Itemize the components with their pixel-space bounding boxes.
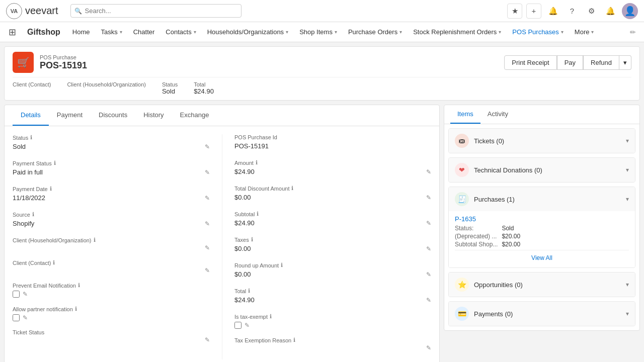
source-info-icon[interactable]: ℹ bbox=[32, 211, 34, 218]
notification-icon[interactable]: 🔔 bbox=[545, 4, 560, 19]
favorites-button[interactable]: ★ bbox=[507, 4, 522, 19]
items-tab-activity[interactable]: Activity bbox=[480, 105, 515, 124]
nav-item-stock-replenishment[interactable]: Stock Replenishment Orders ▾ bbox=[408, 22, 506, 42]
pos-title-area: POS Purchase POS-15191 bbox=[40, 54, 504, 71]
avatar[interactable]: 👤 bbox=[622, 3, 638, 19]
client-org-edit-icon[interactable]: ✎ bbox=[205, 244, 210, 251]
search-input[interactable] bbox=[70, 4, 242, 18]
tax-exempt-edit-icon[interactable]: ✎ bbox=[245, 322, 250, 329]
opportunities-header[interactable]: ⭐ Opportunities (0) ▾ bbox=[449, 273, 635, 297]
nav-edit-icon[interactable]: ✏ bbox=[626, 28, 640, 36]
field-client-contact: Client (Contact) ℹ ✎ bbox=[13, 259, 210, 274]
purchase-link[interactable]: P-1635 bbox=[455, 215, 476, 223]
nav-item-contacts[interactable]: Contacts ▾ bbox=[160, 22, 201, 42]
logo-area[interactable]: VA veevart bbox=[6, 3, 58, 19]
nav-item-purchase-orders[interactable]: Purchase Orders ▾ bbox=[343, 22, 407, 42]
items-tab-items[interactable]: Items bbox=[450, 105, 480, 124]
total-field-value: $24.90 bbox=[234, 295, 255, 305]
tax-exemption-reason-edit-icon[interactable]: ✎ bbox=[426, 344, 431, 351]
view-all-button[interactable]: View All bbox=[455, 250, 629, 265]
taxes-info-icon[interactable]: ℹ bbox=[251, 236, 253, 243]
tab-history[interactable]: History bbox=[135, 105, 172, 126]
total-edit-icon[interactable]: ✎ bbox=[426, 297, 431, 304]
tickets-header[interactable]: 🎟 Tickets (0) ▾ bbox=[449, 129, 635, 153]
tax-exempt-checkbox[interactable] bbox=[234, 322, 242, 329]
refund-button[interactable]: Refund bbox=[583, 55, 619, 70]
shop-items-chevron: ▾ bbox=[335, 29, 337, 35]
payment-date-edit-icon[interactable]: ✎ bbox=[205, 195, 210, 202]
payment-status-label: Payment Status bbox=[13, 160, 52, 166]
tab-exchange[interactable]: Exchange bbox=[172, 105, 217, 126]
total-discount-info-icon[interactable]: ℹ bbox=[291, 185, 293, 192]
status-edit-icon[interactable]: ✎ bbox=[205, 143, 210, 150]
client-org-info-icon[interactable]: ℹ bbox=[94, 237, 96, 243]
add-button[interactable]: + bbox=[526, 4, 541, 19]
purchases-header[interactable]: 🧾 Purchases (1) ▾ bbox=[449, 187, 635, 211]
pos-purchase-id-value: POS-15191 bbox=[234, 141, 269, 151]
payments-header[interactable]: 💳 Payments (0) ▾ bbox=[449, 302, 635, 326]
prevent-email-checkbox[interactable] bbox=[13, 291, 20, 298]
form-left-col: Status ℹ Sold ✎ Payment Status ℹ Paid in… bbox=[13, 134, 222, 359]
purchase-rows: Status: Sold (Deprecated) ... $20.00 Sub… bbox=[455, 223, 629, 250]
pay-button[interactable]: Pay bbox=[557, 55, 583, 70]
nav-item-home[interactable]: Home bbox=[67, 22, 95, 42]
field-status: Status ℹ Sold ✎ bbox=[13, 134, 210, 152]
prevent-email-info-icon[interactable]: ℹ bbox=[78, 282, 80, 289]
source-label: Source bbox=[13, 212, 30, 218]
total-info-icon[interactable]: ℹ bbox=[248, 288, 250, 294]
nav-item-tasks[interactable]: Tasks ▾ bbox=[96, 22, 127, 42]
payment-date-info-icon[interactable]: ℹ bbox=[50, 186, 52, 192]
more-chevron: ▾ bbox=[591, 29, 594, 35]
payment-status-info-icon[interactable]: ℹ bbox=[54, 160, 56, 166]
payments-section: 💳 Payments (0) ▾ bbox=[448, 301, 635, 326]
tax-exemption-reason-info-icon[interactable]: ℹ bbox=[293, 337, 295, 343]
field-allow-partner: Allow partner notification ℹ ✎ bbox=[13, 306, 210, 321]
allow-partner-label: Allow partner notification bbox=[13, 306, 73, 312]
tab-payment[interactable]: Payment bbox=[49, 105, 91, 126]
status-info-icon[interactable]: ℹ bbox=[30, 134, 32, 141]
prevent-email-edit-icon[interactable]: ✎ bbox=[23, 291, 28, 298]
amount-edit-icon[interactable]: ✎ bbox=[426, 168, 431, 175]
nav-item-chatter[interactable]: Chatter bbox=[128, 22, 160, 42]
field-client-org: Client (Household/Organization) ℹ ✎ bbox=[13, 237, 210, 251]
round-up-info-icon[interactable]: ℹ bbox=[281, 262, 283, 268]
nav-brand[interactable]: Giftshop bbox=[21, 28, 66, 37]
tax-exempt-info-icon[interactable]: ℹ bbox=[270, 313, 272, 320]
payment-status-edit-icon[interactable]: ✎ bbox=[205, 169, 210, 176]
field-tax-exemption-reason: Tax Exemption Reason ℹ ✎ bbox=[234, 337, 431, 351]
nav-item-shop-items[interactable]: Shop Items ▾ bbox=[294, 22, 342, 42]
settings-icon[interactable]: ⚙ bbox=[584, 4, 599, 19]
tickets-title: Tickets (0) bbox=[474, 137, 621, 145]
help-icon[interactable]: ? bbox=[565, 4, 580, 19]
amount-info-icon[interactable]: ℹ bbox=[256, 159, 258, 166]
allow-partner-checkbox[interactable] bbox=[13, 314, 20, 321]
ticket-status-edit-icon[interactable]: ✎ bbox=[205, 336, 210, 343]
app-launcher-icon[interactable]: ⊞ bbox=[4, 24, 20, 40]
tax-exempt-label: Is tax-exempt bbox=[234, 314, 268, 320]
search-icon: 🔍 bbox=[74, 8, 82, 15]
notifications-bell[interactable]: 🔔 bbox=[603, 4, 618, 19]
taxes-edit-icon[interactable]: ✎ bbox=[426, 245, 431, 252]
client-contact-info-icon[interactable]: ℹ bbox=[53, 259, 55, 266]
payment-date-label: Payment Date bbox=[13, 186, 48, 192]
nav-item-more[interactable]: More ▾ bbox=[570, 22, 599, 42]
nav-item-pos-purchases[interactable]: POS Purchases ▾ bbox=[507, 22, 569, 42]
technical-donations-header[interactable]: ❤ Technical Donations (0) ▾ bbox=[449, 158, 635, 182]
print-receipt-button[interactable]: Print Receipt bbox=[504, 55, 556, 70]
round-up-edit-icon[interactable]: ✎ bbox=[426, 271, 431, 278]
tab-discounts[interactable]: Discounts bbox=[91, 105, 135, 126]
subtotal-edit-icon[interactable]: ✎ bbox=[426, 220, 431, 227]
total-discount-edit-icon[interactable]: ✎ bbox=[426, 194, 431, 201]
more-actions-button[interactable]: ▾ bbox=[619, 55, 631, 70]
client-contact-field-label: Client (Contact) bbox=[13, 260, 51, 266]
tab-details[interactable]: Details bbox=[13, 105, 49, 126]
source-edit-icon[interactable]: ✎ bbox=[205, 220, 210, 227]
nav-item-households[interactable]: Households/Organizations ▾ bbox=[202, 22, 293, 42]
client-contact-edit-icon[interactable]: ✎ bbox=[205, 267, 210, 274]
status-value: Sold bbox=[162, 87, 178, 95]
allow-partner-edit-icon[interactable]: ✎ bbox=[23, 314, 28, 321]
allow-partner-info-icon[interactable]: ℹ bbox=[75, 306, 77, 312]
subtotal-info-icon[interactable]: ℹ bbox=[257, 211, 259, 217]
source-value: Shopify bbox=[13, 219, 34, 229]
total-label: Total bbox=[194, 81, 214, 87]
